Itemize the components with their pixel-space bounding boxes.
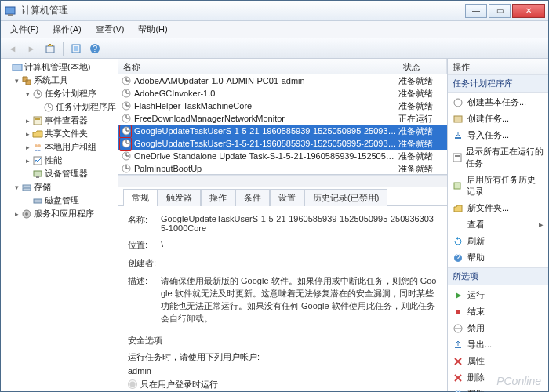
tree-event-viewer[interactable]: ▸事件查看器 bbox=[1, 114, 118, 127]
center-pane: 名称 状态 AdobeAAMUpdater-1.0-ADMIN-PC01-adm… bbox=[118, 59, 448, 391]
maximize-button[interactable]: ▭ bbox=[489, 4, 511, 18]
svg-rect-0 bbox=[5, 7, 15, 14]
security-line: 运行任务时，请使用下列用户帐户: bbox=[128, 351, 438, 363]
menu-view[interactable]: 查看(V) bbox=[89, 22, 131, 37]
back-button[interactable]: ◄ bbox=[4, 41, 21, 56]
run-only-logged-checkbox[interactable]: 只在用户登录时运行 bbox=[128, 379, 438, 390]
task-row[interactable]: AdobeGCInvoker-1.0准备就绪 bbox=[118, 87, 447, 100]
action-import[interactable]: 导入任务... bbox=[448, 127, 548, 143]
action-help-2[interactable]: ?帮助 bbox=[448, 386, 548, 392]
tree-root[interactable]: 计算机管理(本地) bbox=[1, 60, 118, 74]
task-row[interactable]: OneDrive Standalone Update Task-S-1-5-21… bbox=[118, 150, 447, 162]
nav-tree[interactable]: 计算机管理(本地) ▾系统工具 ▾任务计划程序 任务计划程序库 ▸事件查看器 ▸… bbox=[1, 59, 118, 391]
toolbar: ◄ ► ? bbox=[1, 38, 548, 59]
col-status[interactable]: 状态 bbox=[398, 59, 447, 74]
action-enable-history[interactable]: 启用所有任务历史记录 bbox=[448, 172, 548, 200]
action-create-task[interactable]: 创建任务... bbox=[448, 111, 548, 127]
loc-value: \ bbox=[161, 239, 438, 251]
task-list[interactable]: AdobeAAMUpdater-1.0-ADMIN-PC01-admin准备就绪… bbox=[118, 74, 447, 175]
svg-rect-1 bbox=[8, 14, 13, 16]
task-row-selected[interactable]: GoogleUpdateTaskUserS-1-5-21-1960585939-… bbox=[118, 125, 447, 137]
desc-label: 描述: bbox=[128, 275, 161, 325]
action-show-running[interactable]: 显示所有正在运行的任务 bbox=[448, 143, 548, 172]
list-hscrollbar[interactable] bbox=[118, 175, 447, 187]
tree-task-library[interactable]: 任务计划程序库 bbox=[1, 100, 118, 114]
tab-actions[interactable]: 操作 bbox=[201, 189, 235, 206]
tab-conditions[interactable]: 条件 bbox=[235, 189, 270, 206]
menu-file[interactable]: 文件(F) bbox=[4, 22, 45, 37]
action-view[interactable]: 查看▸ bbox=[448, 216, 548, 233]
svg-rect-33 bbox=[453, 154, 461, 162]
app-icon bbox=[4, 5, 16, 17]
tree-local-users[interactable]: ▸本地用户和组 bbox=[1, 140, 118, 154]
author-value bbox=[161, 257, 438, 269]
menu-help[interactable]: 帮助(H) bbox=[132, 22, 173, 37]
svg-point-12 bbox=[35, 144, 38, 147]
app-window: 计算机管理 — ▭ ✕ 文件(F) 操作(A) 查看(V) 帮助(H) ◄ ► … bbox=[0, 0, 549, 392]
svg-rect-16 bbox=[36, 176, 39, 178]
list-header: 名称 状态 bbox=[118, 59, 447, 74]
tree-device-manager[interactable]: 设备管理器 bbox=[1, 167, 118, 180]
action-delete[interactable]: 删除 bbox=[448, 369, 548, 386]
col-name[interactable]: 名称 bbox=[118, 59, 398, 74]
tree-system-tools[interactable]: ▾系统工具 bbox=[1, 74, 118, 87]
action-create-basic[interactable]: 创建基本任务... bbox=[448, 94, 548, 111]
svg-point-26 bbox=[122, 127, 130, 135]
action-new-folder[interactable]: 新文件夹... bbox=[448, 200, 548, 216]
tree-shared-folders[interactable]: ▸共享文件夹 bbox=[1, 127, 118, 140]
menu-action[interactable]: 操作(A) bbox=[46, 22, 88, 37]
action-end[interactable]: 结束 bbox=[448, 303, 548, 320]
forward-button[interactable]: ► bbox=[23, 41, 40, 56]
tree-services[interactable]: ▸服务和应用程序 bbox=[1, 207, 118, 220]
action-disable[interactable]: 禁用 bbox=[448, 320, 548, 336]
svg-rect-19 bbox=[34, 199, 42, 203]
svg-rect-10 bbox=[34, 117, 42, 125]
svg-rect-32 bbox=[455, 137, 461, 139]
svg-rect-38 bbox=[456, 310, 460, 314]
tab-triggers[interactable]: 触发器 bbox=[158, 189, 201, 206]
tab-general[interactable]: 常规 bbox=[123, 189, 158, 206]
action-help[interactable]: ?帮助 bbox=[448, 249, 548, 266]
tree-storage[interactable]: ▾存储 bbox=[1, 180, 118, 194]
task-row[interactable]: FlashHelper TaskMachineCore准备就绪 bbox=[118, 100, 447, 112]
tree-task-scheduler[interactable]: ▾任务计划程序 bbox=[1, 87, 118, 100]
svg-rect-35 bbox=[454, 183, 460, 189]
security-user: admin bbox=[128, 366, 438, 376]
svg-text:?: ? bbox=[456, 390, 460, 393]
svg-rect-34 bbox=[455, 155, 460, 157]
tree-performance[interactable]: ▸性能 bbox=[1, 154, 118, 167]
svg-rect-17 bbox=[23, 185, 31, 187]
actions-group-library: 任务计划程序库 bbox=[448, 74, 548, 93]
tree-disk-mgmt[interactable]: 磁盘管理 bbox=[1, 194, 118, 207]
action-run[interactable]: 运行 bbox=[448, 287, 548, 303]
security-section: 安全选项 bbox=[128, 335, 438, 347]
name-value: GoogleUpdateTaskUserS-1-5-21-1960585939-… bbox=[161, 214, 438, 233]
svg-rect-31 bbox=[454, 116, 462, 122]
detail-tabs: 常规 触发器 操作 条件 设置 历史记录(已禁用) bbox=[118, 187, 447, 206]
help-button[interactable]: ? bbox=[86, 41, 104, 56]
tab-settings[interactable]: 设置 bbox=[270, 189, 304, 206]
task-row[interactable]: FreeDownloadManagerNetworkMonitor正在运行 bbox=[118, 112, 447, 125]
action-properties[interactable]: 属性 bbox=[448, 353, 548, 369]
action-refresh[interactable]: 刷新 bbox=[448, 233, 548, 249]
task-row[interactable]: AdobeAAMUpdater-1.0-ADMIN-PC01-admin准备就绪 bbox=[118, 74, 447, 87]
tab-body: 名称:GoogleUpdateTaskUserS-1-5-21-19605859… bbox=[118, 206, 447, 391]
menubar: 文件(F) 操作(A) 查看(V) 帮助(H) bbox=[1, 21, 548, 38]
action-export[interactable]: 导出... bbox=[448, 336, 548, 353]
minimize-button[interactable]: — bbox=[465, 4, 487, 18]
svg-rect-15 bbox=[34, 171, 42, 176]
loc-label: 位置: bbox=[128, 239, 161, 251]
svg-text:?: ? bbox=[93, 44, 97, 53]
close-button[interactable]: ✕ bbox=[512, 4, 545, 18]
window-title: 计算机管理 bbox=[21, 4, 465, 17]
svg-rect-4 bbox=[74, 46, 78, 51]
svg-rect-2 bbox=[46, 46, 54, 53]
task-row-selected[interactable]: GoogleUpdateTaskUserS-1-5-21-1960585939-… bbox=[118, 137, 447, 150]
titlebar: 计算机管理 — ▭ ✕ bbox=[1, 1, 548, 21]
svg-rect-11 bbox=[35, 118, 40, 120]
tab-history[interactable]: 历史记录(已禁用) bbox=[304, 189, 387, 206]
up-button[interactable] bbox=[42, 41, 59, 56]
refresh-button[interactable] bbox=[67, 41, 85, 56]
actions-pane: 操作 任务计划程序库 创建基本任务... 创建任务... 导入任务... 显示所… bbox=[448, 59, 548, 391]
task-row[interactable]: PalmInputBootUp准备就绪 bbox=[118, 162, 447, 175]
